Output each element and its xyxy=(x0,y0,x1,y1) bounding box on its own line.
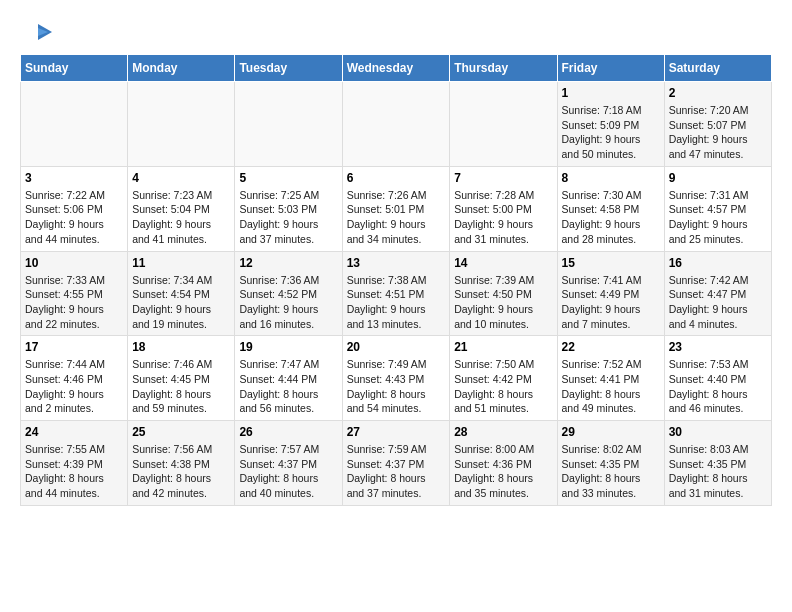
calendar-day-cell: 30Sunrise: 8:03 AMSunset: 4:35 PMDayligh… xyxy=(664,421,771,506)
day-info: Sunrise: 7:33 AMSunset: 4:55 PMDaylight:… xyxy=(25,273,123,332)
day-number: 29 xyxy=(562,425,660,439)
day-number: 13 xyxy=(347,256,446,270)
calendar-empty-cell xyxy=(342,82,450,167)
day-number: 21 xyxy=(454,340,552,354)
day-info: Sunrise: 8:03 AMSunset: 4:35 PMDaylight:… xyxy=(669,442,767,501)
day-info: Sunrise: 8:02 AMSunset: 4:35 PMDaylight:… xyxy=(562,442,660,501)
day-info: Sunrise: 7:53 AMSunset: 4:40 PMDaylight:… xyxy=(669,357,767,416)
day-info: Sunrise: 7:42 AMSunset: 4:47 PMDaylight:… xyxy=(669,273,767,332)
day-number: 8 xyxy=(562,171,660,185)
calendar-day-cell: 2Sunrise: 7:20 AMSunset: 5:07 PMDaylight… xyxy=(664,82,771,167)
day-number: 7 xyxy=(454,171,552,185)
day-number: 12 xyxy=(239,256,337,270)
weekday-header-sunday: Sunday xyxy=(21,55,128,82)
day-info: Sunrise: 8:00 AMSunset: 4:36 PMDaylight:… xyxy=(454,442,552,501)
calendar-day-cell: 15Sunrise: 7:41 AMSunset: 4:49 PMDayligh… xyxy=(557,251,664,336)
day-number: 16 xyxy=(669,256,767,270)
day-info: Sunrise: 7:22 AMSunset: 5:06 PMDaylight:… xyxy=(25,188,123,247)
day-number: 5 xyxy=(239,171,337,185)
logo xyxy=(20,20,52,44)
calendar-day-cell: 5Sunrise: 7:25 AMSunset: 5:03 PMDaylight… xyxy=(235,166,342,251)
day-number: 6 xyxy=(347,171,446,185)
day-info: Sunrise: 7:50 AMSunset: 4:42 PMDaylight:… xyxy=(454,357,552,416)
calendar-empty-cell xyxy=(128,82,235,167)
calendar-day-cell: 21Sunrise: 7:50 AMSunset: 4:42 PMDayligh… xyxy=(450,336,557,421)
calendar-day-cell: 18Sunrise: 7:46 AMSunset: 4:45 PMDayligh… xyxy=(128,336,235,421)
weekday-header-thursday: Thursday xyxy=(450,55,557,82)
day-info: Sunrise: 7:38 AMSunset: 4:51 PMDaylight:… xyxy=(347,273,446,332)
calendar-day-cell: 16Sunrise: 7:42 AMSunset: 4:47 PMDayligh… xyxy=(664,251,771,336)
calendar-week-row: 17Sunrise: 7:44 AMSunset: 4:46 PMDayligh… xyxy=(21,336,772,421)
calendar-day-cell: 1Sunrise: 7:18 AMSunset: 5:09 PMDaylight… xyxy=(557,82,664,167)
calendar-empty-cell xyxy=(450,82,557,167)
calendar-table: SundayMondayTuesdayWednesdayThursdayFrid… xyxy=(20,54,772,506)
day-number: 28 xyxy=(454,425,552,439)
calendar-day-cell: 29Sunrise: 8:02 AMSunset: 4:35 PMDayligh… xyxy=(557,421,664,506)
day-number: 9 xyxy=(669,171,767,185)
calendar-day-cell: 17Sunrise: 7:44 AMSunset: 4:46 PMDayligh… xyxy=(21,336,128,421)
calendar-week-row: 1Sunrise: 7:18 AMSunset: 5:09 PMDaylight… xyxy=(21,82,772,167)
calendar-day-cell: 7Sunrise: 7:28 AMSunset: 5:00 PMDaylight… xyxy=(450,166,557,251)
day-number: 23 xyxy=(669,340,767,354)
day-info: Sunrise: 7:49 AMSunset: 4:43 PMDaylight:… xyxy=(347,357,446,416)
day-number: 20 xyxy=(347,340,446,354)
page-header xyxy=(20,20,772,44)
calendar-day-cell: 12Sunrise: 7:36 AMSunset: 4:52 PMDayligh… xyxy=(235,251,342,336)
calendar-day-cell: 28Sunrise: 8:00 AMSunset: 4:36 PMDayligh… xyxy=(450,421,557,506)
calendar-day-cell: 9Sunrise: 7:31 AMSunset: 4:57 PMDaylight… xyxy=(664,166,771,251)
day-number: 27 xyxy=(347,425,446,439)
calendar-day-cell: 10Sunrise: 7:33 AMSunset: 4:55 PMDayligh… xyxy=(21,251,128,336)
day-info: Sunrise: 7:30 AMSunset: 4:58 PMDaylight:… xyxy=(562,188,660,247)
weekday-header-tuesday: Tuesday xyxy=(235,55,342,82)
day-info: Sunrise: 7:46 AMSunset: 4:45 PMDaylight:… xyxy=(132,357,230,416)
day-info: Sunrise: 7:41 AMSunset: 4:49 PMDaylight:… xyxy=(562,273,660,332)
day-info: Sunrise: 7:36 AMSunset: 4:52 PMDaylight:… xyxy=(239,273,337,332)
day-number: 3 xyxy=(25,171,123,185)
day-number: 15 xyxy=(562,256,660,270)
day-info: Sunrise: 7:57 AMSunset: 4:37 PMDaylight:… xyxy=(239,442,337,501)
day-info: Sunrise: 7:34 AMSunset: 4:54 PMDaylight:… xyxy=(132,273,230,332)
weekday-header-monday: Monday xyxy=(128,55,235,82)
calendar-day-cell: 25Sunrise: 7:56 AMSunset: 4:38 PMDayligh… xyxy=(128,421,235,506)
day-info: Sunrise: 7:52 AMSunset: 4:41 PMDaylight:… xyxy=(562,357,660,416)
calendar-day-cell: 23Sunrise: 7:53 AMSunset: 4:40 PMDayligh… xyxy=(664,336,771,421)
calendar-day-cell: 11Sunrise: 7:34 AMSunset: 4:54 PMDayligh… xyxy=(128,251,235,336)
day-number: 11 xyxy=(132,256,230,270)
calendar-day-cell: 4Sunrise: 7:23 AMSunset: 5:04 PMDaylight… xyxy=(128,166,235,251)
logo-flag-icon xyxy=(24,22,52,44)
calendar-day-cell: 27Sunrise: 7:59 AMSunset: 4:37 PMDayligh… xyxy=(342,421,450,506)
day-number: 30 xyxy=(669,425,767,439)
day-info: Sunrise: 7:31 AMSunset: 4:57 PMDaylight:… xyxy=(669,188,767,247)
day-info: Sunrise: 7:28 AMSunset: 5:00 PMDaylight:… xyxy=(454,188,552,247)
day-number: 17 xyxy=(25,340,123,354)
weekday-header-saturday: Saturday xyxy=(664,55,771,82)
calendar-day-cell: 24Sunrise: 7:55 AMSunset: 4:39 PMDayligh… xyxy=(21,421,128,506)
weekday-header-friday: Friday xyxy=(557,55,664,82)
calendar-empty-cell xyxy=(21,82,128,167)
day-info: Sunrise: 7:20 AMSunset: 5:07 PMDaylight:… xyxy=(669,103,767,162)
calendar-day-cell: 6Sunrise: 7:26 AMSunset: 5:01 PMDaylight… xyxy=(342,166,450,251)
day-number: 26 xyxy=(239,425,337,439)
calendar-week-row: 10Sunrise: 7:33 AMSunset: 4:55 PMDayligh… xyxy=(21,251,772,336)
calendar-day-cell: 19Sunrise: 7:47 AMSunset: 4:44 PMDayligh… xyxy=(235,336,342,421)
day-number: 4 xyxy=(132,171,230,185)
day-info: Sunrise: 7:18 AMSunset: 5:09 PMDaylight:… xyxy=(562,103,660,162)
calendar-day-cell: 26Sunrise: 7:57 AMSunset: 4:37 PMDayligh… xyxy=(235,421,342,506)
day-info: Sunrise: 7:26 AMSunset: 5:01 PMDaylight:… xyxy=(347,188,446,247)
day-number: 24 xyxy=(25,425,123,439)
day-info: Sunrise: 7:56 AMSunset: 4:38 PMDaylight:… xyxy=(132,442,230,501)
day-info: Sunrise: 7:47 AMSunset: 4:44 PMDaylight:… xyxy=(239,357,337,416)
day-info: Sunrise: 7:23 AMSunset: 5:04 PMDaylight:… xyxy=(132,188,230,247)
day-info: Sunrise: 7:25 AMSunset: 5:03 PMDaylight:… xyxy=(239,188,337,247)
weekday-header-wednesday: Wednesday xyxy=(342,55,450,82)
calendar-day-cell: 14Sunrise: 7:39 AMSunset: 4:50 PMDayligh… xyxy=(450,251,557,336)
day-info: Sunrise: 7:55 AMSunset: 4:39 PMDaylight:… xyxy=(25,442,123,501)
calendar-day-cell: 8Sunrise: 7:30 AMSunset: 4:58 PMDaylight… xyxy=(557,166,664,251)
calendar-empty-cell xyxy=(235,82,342,167)
day-info: Sunrise: 7:44 AMSunset: 4:46 PMDaylight:… xyxy=(25,357,123,416)
day-number: 18 xyxy=(132,340,230,354)
day-info: Sunrise: 7:59 AMSunset: 4:37 PMDaylight:… xyxy=(347,442,446,501)
calendar-week-row: 24Sunrise: 7:55 AMSunset: 4:39 PMDayligh… xyxy=(21,421,772,506)
day-number: 25 xyxy=(132,425,230,439)
day-number: 2 xyxy=(669,86,767,100)
